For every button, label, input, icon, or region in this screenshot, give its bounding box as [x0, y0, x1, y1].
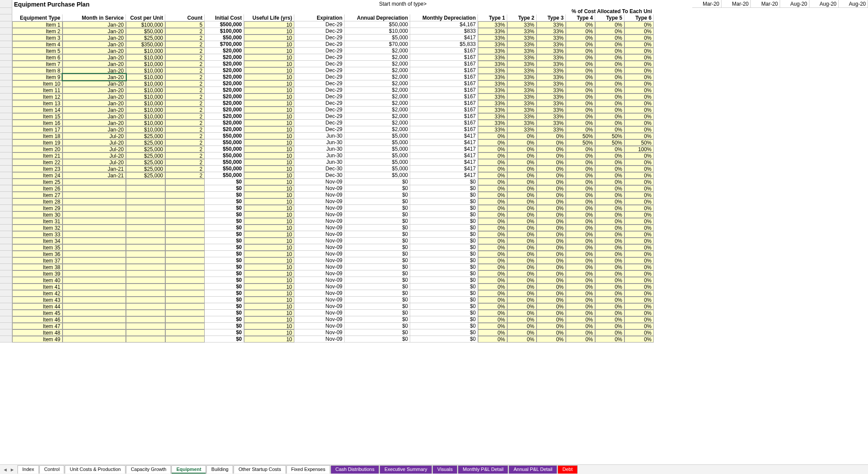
cell-count[interactable] [165, 316, 205, 323]
cell-type-3[interactable]: 0% [537, 152, 566, 159]
cell-type-6[interactable]: 0% [624, 336, 654, 343]
cell-type-2[interactable]: 33% [507, 107, 537, 113]
cell-useful-life[interactable]: 10 [244, 126, 294, 133]
cell-type-6[interactable]: 0% [624, 107, 654, 113]
cell-type-1[interactable]: 33% [478, 48, 507, 54]
cell-month[interactable] [63, 264, 126, 270]
cell-cost-per-unit[interactable]: $10,000 [126, 93, 165, 100]
cell-type-5[interactable]: 0% [595, 185, 624, 192]
cell-cost-per-unit[interactable] [126, 251, 165, 257]
cell-type-3[interactable]: 33% [537, 80, 566, 87]
cell-type-4[interactable]: 0% [566, 192, 595, 198]
cell-type-1[interactable]: 33% [478, 74, 507, 80]
cell-type-3[interactable]: 0% [537, 139, 566, 146]
cell-type-3[interactable]: 33% [537, 35, 566, 41]
cell-month[interactable]: Jan-20▼ [63, 74, 126, 80]
cell-type-6[interactable]: 0% [624, 225, 654, 231]
cell-type-3[interactable]: 33% [537, 28, 566, 35]
cell-type-5[interactable]: 0% [595, 323, 624, 329]
cell-equipment[interactable]: Item 5 [12, 48, 63, 54]
cell-type-1[interactable]: 0% [478, 303, 507, 310]
cell-count[interactable]: 2 [165, 67, 205, 74]
cell-month[interactable] [63, 323, 126, 329]
cell-equipment[interactable]: Item 23 [12, 166, 63, 172]
cell-type-6[interactable]: 0% [624, 113, 654, 120]
cell-type-3[interactable]: 0% [537, 146, 566, 152]
cell-equipment[interactable]: Item 15 [12, 113, 63, 120]
cell-type-4[interactable]: 0% [566, 179, 595, 185]
cell-count[interactable]: 2 [165, 139, 205, 146]
cell-type-5[interactable]: 0% [595, 107, 624, 113]
cell-useful-life[interactable]: 10 [244, 310, 294, 316]
cell-type-2[interactable]: 0% [507, 152, 537, 159]
cell-cost-per-unit[interactable]: $10,000 [126, 107, 165, 113]
cell-equipment[interactable]: Item 31 [12, 218, 63, 225]
cell-type-1[interactable]: 0% [478, 198, 507, 205]
cell-cost-per-unit[interactable] [126, 211, 165, 218]
cell-useful-life[interactable]: 10 [244, 35, 294, 41]
cell-type-4[interactable]: 0% [566, 35, 595, 41]
cell-useful-life[interactable]: 10 [244, 244, 294, 251]
col-header-monthly[interactable]: Monthly Depreciation [410, 14, 478, 21]
cell-month[interactable]: Jan-20 [63, 67, 126, 74]
cell-type-5[interactable]: 0% [595, 218, 624, 225]
cell-type-3[interactable]: 0% [537, 218, 566, 225]
cell-count[interactable]: 2 [165, 48, 205, 54]
cell-equipment[interactable]: Item 48 [12, 329, 63, 336]
cell-type-5[interactable]: 0% [595, 310, 624, 316]
cell-type-3[interactable]: 0% [537, 185, 566, 192]
cell-type-5[interactable]: 0% [595, 297, 624, 303]
cell-type-3[interactable]: 0% [537, 238, 566, 244]
cell-month[interactable] [63, 297, 126, 303]
cell-type-6[interactable]: 0% [624, 93, 654, 100]
cell-type-1[interactable]: 0% [478, 270, 507, 277]
cell-type-4[interactable]: 0% [566, 323, 595, 329]
cell-cost-per-unit[interactable]: $25,000 [126, 152, 165, 159]
cell-type-3[interactable]: 0% [537, 323, 566, 329]
cell-type-5[interactable]: 0% [595, 290, 624, 297]
cell-type-6[interactable]: 0% [624, 54, 654, 61]
cell-month[interactable] [63, 211, 126, 218]
cell-equipment[interactable]: Item 2 [12, 28, 63, 35]
cell-count[interactable]: 2 [165, 87, 205, 93]
cell-type-1[interactable]: 33% [478, 93, 507, 100]
cell-equipment[interactable]: Item 17 [12, 126, 63, 133]
cell-cost-per-unit[interactable] [126, 238, 165, 244]
cell-count[interactable]: 2 [165, 166, 205, 172]
cell-type-1[interactable]: 33% [478, 120, 507, 126]
cell-type-3[interactable]: 0% [537, 244, 566, 251]
cell-equipment[interactable]: Item 39 [12, 270, 63, 277]
cell-cost-per-unit[interactable] [126, 205, 165, 211]
cell-type-6[interactable]: 0% [624, 192, 654, 198]
cell-cost-per-unit[interactable] [126, 225, 165, 231]
cell-count[interactable] [165, 251, 205, 257]
cell-useful-life[interactable]: 10 [244, 264, 294, 270]
cell-type-2[interactable]: 0% [507, 310, 537, 316]
cell-useful-life[interactable]: 10 [244, 107, 294, 113]
cell-type-1[interactable]: 33% [478, 61, 507, 67]
cell-type-5[interactable]: 0% [595, 61, 624, 67]
cell-equipment[interactable]: Item 45 [12, 310, 63, 316]
cell-cost-per-unit[interactable]: $10,000 [126, 126, 165, 133]
cell-type-1[interactable]: 0% [478, 251, 507, 257]
cell-count[interactable] [165, 205, 205, 211]
cell-type-2[interactable]: 33% [507, 120, 537, 126]
cell-count[interactable]: 2 [165, 35, 205, 41]
cell-type-1[interactable]: 33% [478, 80, 507, 87]
cell-count[interactable] [165, 211, 205, 218]
cell-count[interactable] [165, 198, 205, 205]
cell-count[interactable] [165, 231, 205, 238]
cell-type-6[interactable]: 0% [624, 205, 654, 211]
cell-type-4[interactable]: 0% [566, 231, 595, 238]
cell-type-2[interactable]: 33% [507, 48, 537, 54]
cell-month[interactable] [63, 185, 126, 192]
cell-count[interactable] [165, 310, 205, 316]
cell-type-4[interactable]: 0% [566, 297, 595, 303]
cell-count[interactable]: 2 [165, 80, 205, 87]
cell-type-5[interactable]: 0% [595, 159, 624, 166]
cell-type-4[interactable]: 0% [566, 290, 595, 297]
cell-equipment[interactable]: Item 36 [12, 251, 63, 257]
cell-type-3[interactable]: 0% [537, 303, 566, 310]
cell-type-3[interactable]: 0% [537, 277, 566, 284]
cell-type-6[interactable]: 0% [624, 244, 654, 251]
